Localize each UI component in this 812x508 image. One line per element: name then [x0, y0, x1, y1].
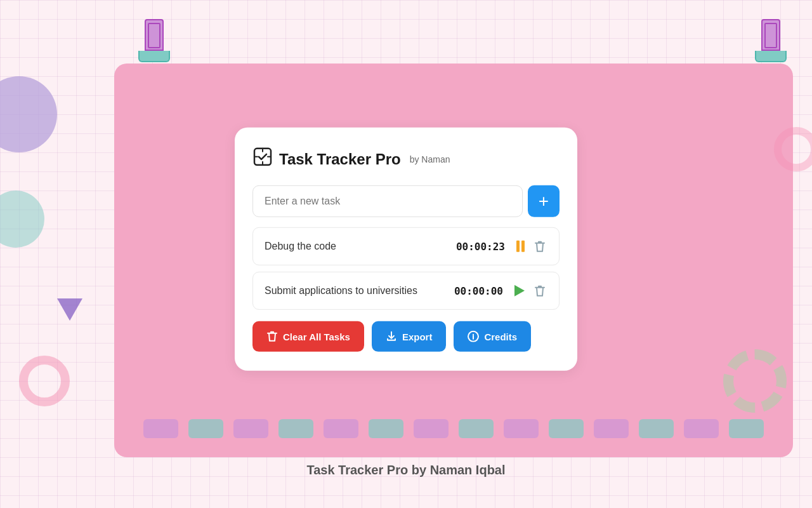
- tile: [324, 419, 358, 438]
- play-button[interactable]: [513, 284, 526, 298]
- deco-triangle: [57, 298, 82, 321]
- tile: [549, 419, 584, 438]
- task-item: Submit applications to universities 00:0…: [252, 272, 560, 310]
- task-input[interactable]: [252, 185, 523, 217]
- tile: [684, 419, 719, 438]
- tile: [459, 419, 494, 438]
- tile: [278, 419, 313, 438]
- binder-clip-left: [138, 19, 170, 62]
- task-item: Debug the code 00:00:23: [252, 227, 560, 265]
- task-name: Debug the code: [265, 241, 456, 252]
- delete-button[interactable]: [532, 238, 547, 255]
- tile: [143, 419, 178, 438]
- tile: [188, 419, 223, 438]
- tile: [504, 419, 539, 438]
- deco-donut-left: [19, 356, 70, 406]
- tile: [414, 419, 449, 438]
- pause-button[interactable]: [515, 239, 526, 253]
- task-timer: 00:00:00: [454, 284, 503, 297]
- app-subtitle: by Naman: [410, 154, 450, 164]
- info-icon: [468, 331, 479, 342]
- tile: [594, 419, 629, 438]
- trash-icon: [266, 330, 278, 343]
- add-task-button[interactable]: +: [528, 185, 560, 217]
- export-button[interactable]: Export: [372, 321, 447, 352]
- export-icon: [386, 331, 397, 342]
- binder-clip-right: [755, 19, 787, 62]
- app-title: Task Tracker Pro: [279, 150, 401, 168]
- app-logo-icon: [252, 147, 273, 171]
- delete-button[interactable]: [532, 283, 547, 299]
- credits-label: Credits: [484, 331, 517, 342]
- tile: [369, 419, 403, 438]
- task-name: Submit applications to universities: [265, 285, 454, 297]
- tile: [233, 419, 268, 438]
- task-input-row: +: [252, 185, 560, 217]
- main-card: Task Tracker Pro by Naman + Debug the co…: [235, 128, 577, 371]
- bottom-tiles: [133, 419, 774, 438]
- footer-text: Task Tracker Pro by Naman Iqbal: [306, 463, 505, 478]
- tile: [729, 419, 764, 438]
- app-header: Task Tracker Pro by Naman: [252, 147, 560, 171]
- play-icon: [514, 285, 525, 297]
- export-label: Export: [402, 331, 433, 342]
- clear-label: Clear All Tasks: [283, 331, 350, 342]
- task-controls: [513, 283, 547, 299]
- tile: [639, 419, 674, 438]
- action-buttons: Clear All Tasks Export Credits: [252, 321, 560, 352]
- task-controls: [515, 238, 547, 255]
- deco-right-circle2: [723, 349, 787, 413]
- task-timer: 00:00:23: [456, 240, 505, 252]
- credits-button[interactable]: Credits: [454, 321, 531, 352]
- clear-all-button[interactable]: Clear All Tasks: [252, 321, 364, 352]
- pause-icon: [516, 241, 525, 252]
